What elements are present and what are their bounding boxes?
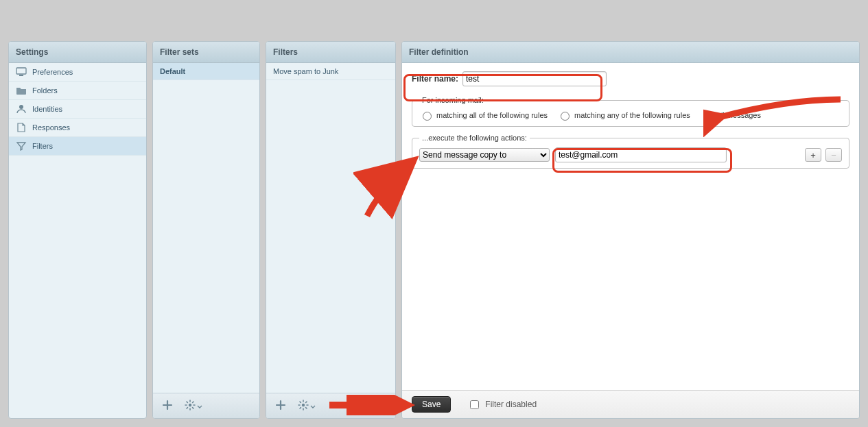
chevron-down-icon — [310, 401, 316, 411]
filterset-item-label: Default — [160, 67, 185, 75]
filter-disabled-toggle[interactable]: Filter disabled — [467, 398, 537, 411]
settings-panel: Settings Preferences Folders — [8, 41, 147, 419]
add-action-button[interactable]: + — [805, 148, 821, 162]
settings-header: Settings — [9, 42, 146, 63]
filter-item-label: Move spam to Junk — [273, 67, 338, 75]
plus-icon: + — [810, 151, 816, 160]
remove-action-button[interactable]: − — [825, 148, 842, 162]
filters-footer — [266, 393, 395, 418]
save-button[interactable]: Save — [412, 396, 451, 413]
filters-list: Move spam to Junk — [266, 63, 395, 393]
filter-item[interactable]: Move spam to Junk — [266, 63, 395, 80]
gear-icon — [298, 400, 309, 413]
add-filterset-button[interactable] — [156, 396, 179, 415]
settings-item-label: Responses — [32, 123, 70, 132]
svg-point-3 — [189, 403, 191, 406]
action-row: Send message copy to + − — [419, 147, 842, 162]
definition-body: Filter name: For incoming mail: matching… — [402, 63, 859, 390]
settings-item-responses[interactable]: Responses — [9, 119, 146, 137]
plus-icon — [162, 400, 173, 413]
settings-item-label: Folders — [32, 86, 58, 95]
settings-list: Preferences Folders Identities — [9, 63, 146, 418]
monitor-icon — [16, 67, 27, 77]
scope-label: matching any of the following rules — [574, 111, 690, 119]
scope-label: all messages — [717, 111, 761, 119]
filtersets-panel: Filter sets Default — [152, 41, 260, 419]
filter-name-input[interactable] — [462, 71, 607, 86]
plus-icon — [275, 400, 286, 413]
chevron-down-icon — [197, 401, 202, 411]
filter-disabled-checkbox[interactable] — [470, 400, 479, 409]
scope-radio-any-rules[interactable] — [561, 112, 570, 121]
filter-name-label: Filter name: — [412, 74, 458, 84]
filter-name-row: Filter name: — [412, 71, 849, 86]
scope-option-all-messages[interactable]: all messages — [700, 110, 761, 121]
settings-item-identities[interactable]: Identities — [9, 100, 146, 119]
add-filter-button[interactable] — [269, 396, 292, 415]
definition-footer: Save Filter disabled — [402, 390, 859, 418]
actions-legend: ...execute the following actions: — [419, 134, 530, 142]
filtersets-header: Filter sets — [153, 42, 259, 63]
gear-icon — [185, 400, 196, 413]
filters-panel: Filters Move spam to Junk — [266, 41, 396, 419]
filtersets-footer — [153, 393, 259, 418]
scope-fieldset: For incoming mail: matching all of the f… — [412, 96, 849, 127]
definition-header: Filter definition — [402, 42, 859, 63]
folder-icon — [16, 86, 27, 95]
filter-settings-button[interactable] — [295, 396, 318, 415]
document-icon — [16, 123, 27, 132]
svg-point-4 — [302, 403, 305, 406]
scope-radio-all-rules[interactable] — [423, 112, 432, 121]
funnel-icon — [16, 141, 27, 151]
person-icon — [16, 104, 27, 114]
svg-rect-0 — [16, 68, 26, 74]
filterset-settings-button[interactable] — [182, 396, 205, 415]
settings-item-label: Filters — [32, 142, 53, 150]
filterset-item-default[interactable]: Default — [153, 63, 259, 80]
action-target-input[interactable] — [555, 147, 727, 162]
svg-point-2 — [19, 105, 23, 109]
scope-option-all-rules[interactable]: matching all of the following rules — [419, 110, 548, 121]
actions-fieldset: ...execute the following actions: Send m… — [412, 134, 849, 169]
filters-header: Filters — [266, 42, 395, 63]
scope-label: matching all of the following rules — [436, 111, 548, 119]
settings-item-preferences[interactable]: Preferences — [9, 63, 146, 82]
settings-item-label: Identities — [32, 105, 62, 113]
svg-rect-1 — [19, 75, 23, 76]
settings-item-filters[interactable]: Filters — [9, 137, 146, 156]
settings-item-label: Preferences — [32, 68, 73, 76]
scope-legend: For incoming mail: — [419, 96, 486, 104]
scope-option-any-rules[interactable]: matching any of the following rules — [557, 110, 690, 121]
filter-disabled-label: Filter disabled — [485, 400, 537, 409]
filtersets-list: Default — [153, 63, 259, 393]
action-select[interactable]: Send message copy to — [419, 148, 550, 162]
scope-radio-all-messages[interactable] — [703, 112, 712, 121]
minus-icon: − — [831, 151, 836, 160]
settings-item-folders[interactable]: Folders — [9, 82, 146, 100]
definition-panel: Filter definition Filter name: For incom… — [401, 41, 860, 419]
